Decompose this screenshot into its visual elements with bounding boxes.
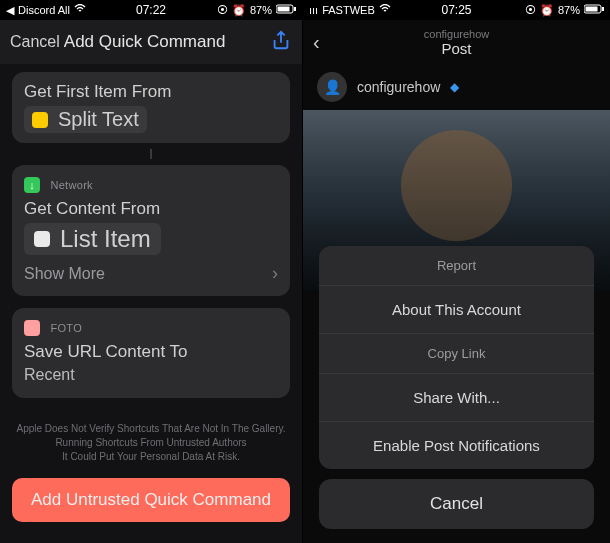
show-more-label: Show More	[24, 265, 105, 283]
back-button[interactable]: ‹	[313, 31, 320, 54]
chevron-right-icon: ›	[272, 263, 278, 284]
nav-bar: ‹ configurehow Post	[303, 20, 610, 64]
option-report[interactable]: Report	[319, 246, 594, 286]
clock: 07:22	[136, 3, 166, 17]
text-icon	[32, 112, 48, 128]
app-label: Network	[50, 179, 92, 191]
nav-subtitle: configurehow	[424, 28, 489, 40]
option-about-account[interactable]: About This Account	[319, 286, 594, 334]
username[interactable]: configurehow	[357, 79, 440, 95]
verified-icon: ◆	[450, 80, 459, 94]
back-app-label[interactable]: Discord All	[18, 4, 70, 16]
back-app-indicator[interactable]: ◀	[6, 4, 14, 17]
sheet-cancel-button[interactable]: Cancel	[319, 479, 594, 529]
do-not-add-button[interactable]: Do Not Add	[0, 536, 302, 543]
post-header[interactable]: 👤 configurehow ◆	[303, 64, 610, 110]
signal-icon: ııı	[309, 4, 318, 16]
connector	[150, 149, 152, 159]
action-target: Recent	[24, 366, 278, 384]
battery-icon	[584, 4, 604, 16]
warn-line: Running Shortcuts From Untrusted Authors	[10, 436, 292, 450]
show-more-button[interactable]: Show More ›	[24, 255, 278, 286]
battery-icon	[276, 4, 296, 16]
action-card-save-url[interactable]: FOTO Save URL Content To Recent	[12, 308, 290, 398]
instagram-screen: ııı FASTWEB 07:25 ⦿ ⏰ 87% ‹ configurehow…	[303, 0, 610, 543]
variable-label: List Item	[60, 225, 151, 253]
action-sheet: Report About This Account Copy Link Shar…	[319, 246, 594, 529]
status-bar: ııı FASTWEB 07:25 ⦿ ⏰ 87%	[303, 0, 610, 20]
action-card-get-first-item[interactable]: Get First Item From Split Text	[12, 72, 290, 143]
wifi-icon	[74, 4, 86, 16]
actions-list: Get First Item From Split Text ↓ Network…	[0, 64, 302, 418]
download-icon: ↓	[24, 177, 40, 193]
warn-line: It Could Put Your Personal Data At Risk.	[10, 450, 292, 464]
action-card-get-content[interactable]: ↓ Network Get Content From List Item Sho…	[12, 165, 290, 296]
alarm-icon: ⏰	[540, 4, 554, 17]
alarm-icon: ⏰	[232, 4, 246, 17]
photo-icon	[24, 320, 40, 336]
variable-label: Split Text	[58, 108, 139, 131]
avatar[interactable]: 👤	[317, 72, 347, 102]
nav-bar: Cancel Add Quick Command	[0, 20, 302, 64]
wifi-icon	[379, 4, 391, 16]
svg-rect-5	[602, 7, 604, 11]
warning-text: Apple Does Not Verify Shortcuts That Are…	[0, 418, 302, 478]
sheet-options-group: Report About This Account Copy Link Shar…	[319, 246, 594, 469]
battery-pct: 87%	[250, 4, 272, 16]
cancel-button[interactable]: Cancel	[10, 33, 60, 51]
app-label: FOTO	[50, 322, 82, 334]
svg-rect-1	[278, 7, 290, 12]
nav-title: Post	[424, 40, 489, 57]
share-icon[interactable]	[270, 29, 292, 55]
action-label: Save URL Content To	[24, 342, 278, 362]
option-share-with[interactable]: Share With...	[319, 374, 594, 422]
warn-line: Apple Does Not Verify Shortcuts That Are…	[10, 422, 292, 436]
nav-title: Add Quick Command	[64, 32, 226, 52]
add-untrusted-button[interactable]: Add Untrusted Quick Command	[12, 478, 290, 522]
option-copy-link[interactable]: Copy Link	[319, 334, 594, 374]
svg-rect-4	[586, 7, 598, 12]
action-label: Get First Item From	[24, 82, 278, 102]
variable-pill[interactable]: List Item	[24, 223, 161, 255]
action-label: Get Content From	[24, 199, 278, 219]
url-icon	[34, 231, 50, 247]
shortcuts-screen: ◀ Discord All 07:22 ⦿ ⏰ 87% Cancel Add Q…	[0, 0, 303, 543]
status-bar: ◀ Discord All 07:22 ⦿ ⏰ 87%	[0, 0, 302, 20]
variable-pill[interactable]: Split Text	[24, 106, 147, 133]
location-icon: ⦿	[525, 4, 536, 16]
carrier-label: FASTWEB	[322, 4, 375, 16]
location-icon: ⦿	[217, 4, 228, 16]
option-enable-notifications[interactable]: Enable Post Notifications	[319, 422, 594, 469]
battery-pct: 87%	[558, 4, 580, 16]
svg-rect-2	[294, 7, 296, 11]
clock: 07:25	[441, 3, 471, 17]
